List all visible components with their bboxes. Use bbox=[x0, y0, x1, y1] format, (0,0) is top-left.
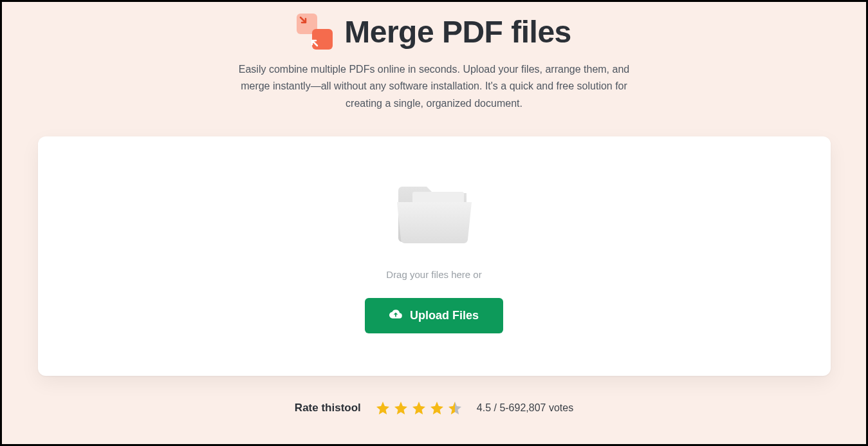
svg-rect-0 bbox=[412, 192, 464, 203]
page-subtitle: Easily combine multiple PDFs online in s… bbox=[232, 61, 637, 112]
star-icon[interactable] bbox=[393, 400, 409, 416]
folder-icon bbox=[396, 179, 473, 250]
rating-section: Rate thistool 4.5 / 5-692,807 votes bbox=[295, 400, 573, 416]
upload-card[interactable]: Drag your files here or Upload Files bbox=[38, 136, 831, 376]
page-title: Merge PDF files bbox=[344, 14, 571, 50]
rating-score-text: 4.5 / 5-692,807 votes bbox=[477, 402, 573, 414]
rating-stars[interactable] bbox=[375, 400, 463, 416]
star-icon[interactable] bbox=[429, 400, 445, 416]
upload-files-button[interactable]: Upload Files bbox=[365, 298, 503, 333]
rating-label: Rate thistool bbox=[295, 402, 361, 414]
drag-hint-text: Drag your files here or bbox=[386, 269, 481, 280]
merge-icon bbox=[297, 14, 333, 50]
upload-button-label: Upload Files bbox=[410, 309, 479, 322]
star-icon[interactable] bbox=[375, 400, 391, 416]
star-half-icon[interactable] bbox=[447, 400, 463, 416]
cloud-upload-icon bbox=[389, 308, 402, 324]
star-icon[interactable] bbox=[411, 400, 427, 416]
